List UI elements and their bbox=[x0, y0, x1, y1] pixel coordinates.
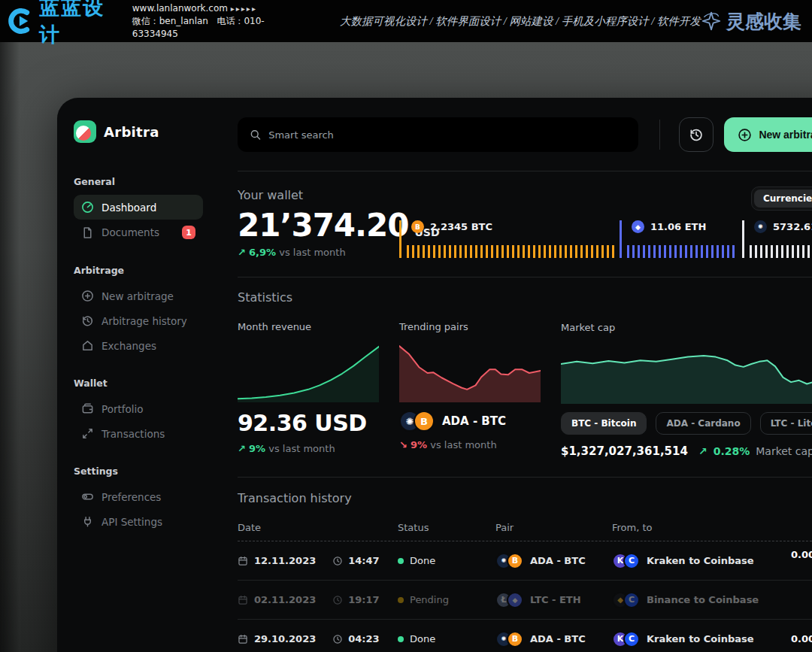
trending-pair: ✺ B ADA - BTC bbox=[399, 410, 561, 432]
wallet-delta-value: 6,9% bbox=[249, 247, 276, 258]
holding-ada[interactable]: ✺ 5732.61 ADA bbox=[742, 220, 812, 258]
sidebar-section-general: General Dashboard Documents 1 bbox=[74, 176, 203, 245]
holding-eth[interactable]: ◆ 11.06 ETH bbox=[620, 220, 742, 258]
market-cap-pair-pills: BTC - Bitcoin ADA - Cardano LTC - Liteco… bbox=[561, 412, 812, 435]
tx-pair: ADA - BTC bbox=[530, 555, 586, 566]
status-dot bbox=[398, 597, 404, 603]
cap-delta: 0.28% bbox=[714, 445, 750, 457]
tx-date-cell: 12.11.2023 14:47 bbox=[238, 555, 398, 566]
tx-time: 04:23 bbox=[348, 633, 379, 644]
pill-ltc-litecoin[interactable]: LTC - Litecoin bbox=[760, 412, 812, 435]
sidebar-item-label: Portfolio bbox=[102, 403, 144, 415]
site-logo-text: 蓝蓝设计 bbox=[39, 0, 118, 48]
transaction-row[interactable]: 29.10.2023 04:23 Done ✺ B ADA - BTC K C … bbox=[238, 620, 812, 652]
sidebar-item-exchanges[interactable]: Exchanges bbox=[74, 333, 203, 358]
trending-pair-name: ADA - BTC bbox=[442, 414, 506, 428]
market-cap-stats: $1,327,027,361,514 ↗ 0.28% Market cap ↗ … bbox=[561, 444, 812, 458]
status-dot bbox=[398, 558, 404, 564]
wallet-title: Your wallet bbox=[238, 188, 812, 202]
wallet-row: 21’374.20 USD ↗ 6,9% vs last month B 2.2… bbox=[238, 207, 812, 258]
new-arbitrage-button[interactable]: New arbitrage bbox=[724, 117, 812, 152]
wallet-total: 21’374.20 USD ↗ 6,9% vs last month bbox=[238, 207, 399, 258]
calendar-icon bbox=[238, 556, 248, 566]
divider bbox=[238, 277, 812, 277]
btc-coin-icon: B bbox=[507, 631, 523, 647]
transaction-row[interactable]: 12.11.2023 14:47 Done ✺ B ADA - BTC K C … bbox=[238, 541, 812, 581]
column-status: Status bbox=[398, 522, 495, 533]
coinbase-icon: C bbox=[623, 592, 640, 608]
tx-route: Kraken to Coinbase bbox=[647, 633, 754, 644]
pill-btc-bitcoin[interactable]: BTC - Bitcoin bbox=[561, 412, 647, 435]
tx-date: 29.10.2023 bbox=[254, 633, 316, 644]
sidebar-item-new-arbitrage[interactable]: New arbitrage bbox=[74, 284, 203, 308]
pill-ada-cardano[interactable]: ADA - Cardano bbox=[656, 412, 750, 435]
ada-bars bbox=[750, 245, 812, 258]
card-label: Market cap bbox=[561, 322, 615, 338]
tx-status: Done bbox=[410, 555, 435, 566]
tx-amount-line1: 0.0000 bbox=[791, 633, 812, 644]
tab-currencies[interactable]: Currencies bbox=[754, 190, 812, 208]
calendar-icon bbox=[238, 634, 248, 644]
sidebar-section-settings: Settings Preferences API Settings bbox=[74, 465, 203, 534]
tx-amount: 0.0000 bbox=[791, 633, 812, 645]
month-revenue-chart bbox=[238, 344, 379, 402]
trend-up-icon: ↗ bbox=[698, 445, 707, 457]
sidebar-item-label: Documents bbox=[102, 226, 159, 238]
eth-bars bbox=[627, 245, 738, 258]
month-revenue-value: 92.36 USD bbox=[238, 410, 399, 436]
holding-amount: 11.06 ETH bbox=[650, 221, 706, 232]
sidebar-item-api-settings[interactable]: API Settings bbox=[74, 509, 203, 534]
wallet-delta: ↗ 6,9% vs last month bbox=[238, 247, 399, 258]
tx-pair: LTC - ETH bbox=[530, 594, 581, 605]
history-button[interactable] bbox=[679, 117, 714, 152]
calendar-icon bbox=[238, 595, 248, 605]
coinbase-icon: C bbox=[623, 553, 640, 569]
transactions-title: Transaction history bbox=[238, 491, 812, 505]
sidebar-section-wallet: Wallet Portfolio Transactions bbox=[74, 378, 203, 446]
holding-btc[interactable]: B 2.2345 BTC bbox=[399, 220, 620, 258]
site-logo[interactable]: 蓝蓝设计 bbox=[8, 0, 119, 48]
history-icon bbox=[689, 127, 704, 142]
sidebar-item-transactions[interactable]: Transactions bbox=[74, 421, 203, 446]
sidebar-item-preferences[interactable]: Preferences bbox=[74, 484, 203, 509]
history-icon bbox=[81, 314, 94, 327]
new-arbitrage-label: New arbitrage bbox=[759, 129, 812, 141]
trend-up-icon: ↗ bbox=[238, 247, 246, 258]
tx-status-cell: Done bbox=[398, 633, 495, 644]
tx-amount-line1: 0.002 bbox=[791, 549, 812, 560]
star-icon bbox=[701, 11, 722, 32]
documents-badge: 1 bbox=[182, 226, 195, 239]
coinbase-icon: C bbox=[623, 631, 640, 647]
transaction-row[interactable]: 02.11.2023 19:17 Pending Ł ◆ LTC - ETH ◆… bbox=[238, 581, 812, 620]
app-window: Arbitra General Dashboard Documents 1 Ar… bbox=[57, 98, 812, 652]
tx-status: Pending bbox=[410, 594, 449, 605]
delta-value: 9% bbox=[411, 439, 427, 450]
sidebar-item-documents[interactable]: Documents 1 bbox=[74, 220, 203, 245]
tx-date: 12.11.2023 bbox=[254, 555, 316, 566]
search-box[interactable] bbox=[238, 117, 638, 152]
clock-icon bbox=[332, 595, 343, 605]
btc-bars bbox=[407, 245, 615, 258]
trending-pairs-chart bbox=[399, 344, 541, 402]
site-header: 蓝蓝设计 www.lanlanwork.com ▸▸▸▸▸ 微信：ben_lan… bbox=[0, 0, 812, 42]
card-label: Trending pairs bbox=[399, 321, 561, 338]
eth-coin-icon: ◆ bbox=[507, 592, 523, 608]
exchange-icon bbox=[81, 339, 94, 352]
inspiration-link[interactable]: 灵感收集 bbox=[701, 9, 801, 34]
btc-coin-icon: B bbox=[507, 553, 523, 569]
sidebar-item-label: Arbitrage history bbox=[102, 315, 187, 327]
trend-down-icon: ↘ bbox=[399, 439, 408, 450]
tx-route-cell: K C Kraken to Coinbase bbox=[612, 553, 812, 569]
topbar-divider bbox=[659, 120, 660, 150]
toggle-icon bbox=[81, 490, 94, 503]
market-cap-chart bbox=[561, 345, 812, 404]
tx-amount-line2: 1 bbox=[791, 561, 812, 573]
sidebar-item-arbitrage-history[interactable]: Arbitrage history bbox=[74, 308, 203, 333]
sidebar-item-dashboard[interactable]: Dashboard bbox=[74, 195, 203, 220]
tx-status-cell: Done bbox=[398, 555, 495, 566]
search-input[interactable] bbox=[268, 129, 626, 141]
app-logo[interactable]: Arbitra bbox=[74, 120, 203, 143]
site-url[interactable]: www.lanlanwork.com bbox=[132, 3, 228, 14]
sidebar-item-portfolio[interactable]: Portfolio bbox=[74, 396, 203, 421]
statistics-grid: Month revenue 92.36 USD ↗ 9% vs last mon… bbox=[238, 321, 812, 458]
